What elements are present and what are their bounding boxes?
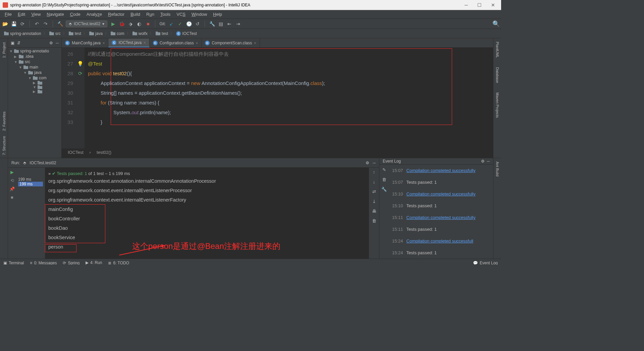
open-icon[interactable]: 📂 <box>2 21 8 27</box>
project-view-icon[interactable]: ▣ <box>11 41 14 45</box>
sidebar-tab-structure[interactable]: 7: Structure <box>1 133 7 158</box>
tab-run[interactable]: ▶ 4: Run <box>86 260 102 265</box>
event-row[interactable]: 15:24Compilation completed successfull <box>389 235 493 247</box>
run-test-tree[interactable]: 199 ms 199 ms <box>16 168 45 259</box>
editor-tab[interactable]: CConfiguration.class× <box>150 39 202 47</box>
menu-navigate[interactable]: Navigate <box>44 11 66 17</box>
hide-icon[interactable]: ─ <box>373 161 376 165</box>
run-console[interactable]: » ✔ Tests passed: 1 of 1 test – 1 s 199 … <box>45 168 369 259</box>
structure-icon[interactable]: ▤ <box>218 21 224 27</box>
close-tab-icon[interactable]: × <box>196 41 198 45</box>
wrench-icon[interactable]: 🔧 <box>381 187 387 192</box>
profile-icon[interactable]: ◐ <box>136 21 142 27</box>
git-revert-icon[interactable]: ↺ <box>195 21 201 27</box>
maximize-button[interactable]: ☐ <box>477 2 482 8</box>
run-icon[interactable]: ▶ <box>110 21 116 27</box>
tree-row[interactable]: ▶ <box>8 81 61 85</box>
collapse-icon[interactable]: ⇵ <box>17 41 20 45</box>
print-icon[interactable]: 🖶 <box>372 209 376 214</box>
trash-icon[interactable]: 🗑 <box>382 177 386 182</box>
sidebar-tab-favorites[interactable]: 2: Favorites <box>1 109 7 133</box>
event-row[interactable]: 15:11Tests passed: 1 <box>389 223 493 235</box>
up-icon[interactable]: ↑ <box>373 170 375 175</box>
tree-row[interactable]: ▼java <box>8 70 61 75</box>
rerun-icon[interactable]: ▶ <box>10 170 14 175</box>
event-row[interactable]: 15:07Tests passed: 1 <box>389 176 493 188</box>
event-row[interactable]: 15:11Compilation completed successfully <box>389 212 493 223</box>
crumb-java[interactable]: java <box>95 31 103 36</box>
back-icon[interactable]: ⇤ <box>226 21 232 27</box>
edit-icon[interactable]: ✎ <box>382 167 386 172</box>
forward-icon[interactable]: ⇥ <box>235 21 241 27</box>
menu-help[interactable]: Help <box>210 11 225 17</box>
down-icon[interactable]: ↓ <box>373 179 375 184</box>
redo-icon[interactable]: ↷ <box>43 21 49 27</box>
tree-row[interactable]: ▼ <box>8 85 61 89</box>
crumb-src[interactable]: src <box>55 31 61 36</box>
intention-bulb-icon[interactable]: 💡 <box>76 59 85 69</box>
wrap-icon[interactable]: ⇄ <box>372 189 376 194</box>
close-tab-icon[interactable]: × <box>254 41 256 45</box>
code-content[interactable]: //测试通过@ComponentScan注解进行自动扫描组件到容器中去 @Tes… <box>85 48 493 148</box>
crumb-test[interactable]: test <box>75 31 81 36</box>
menu-tools[interactable]: Tools <box>158 11 173 17</box>
hide-icon[interactable]: ─ <box>56 41 59 45</box>
crumb-wolfx[interactable]: wolfx <box>139 31 148 36</box>
clear-icon[interactable]: 🗑 <box>372 218 376 223</box>
sync-icon[interactable]: ⟳ <box>19 21 25 27</box>
toggle-icon[interactable]: ⟲ <box>10 178 14 183</box>
tab-terminal[interactable]: ▣ Terminal <box>3 261 24 265</box>
crumb-class[interactable]: IOCTest <box>182 31 197 36</box>
sidebar-tab-database[interactable]: Database <box>495 66 500 84</box>
coverage-icon[interactable]: ⬗ <box>127 21 133 27</box>
close-tab-icon[interactable]: × <box>103 41 105 45</box>
tab-eventlog[interactable]: 💬 Event Log <box>473 261 498 265</box>
git-history-icon[interactable]: 🕐 <box>186 21 192 27</box>
menu-code[interactable]: Code <box>67 11 83 17</box>
build-icon[interactable]: 🔨 <box>57 21 63 27</box>
tree-row[interactable]: ▼src <box>8 59 61 64</box>
minimize-button[interactable]: ─ <box>465 2 468 8</box>
menu-window[interactable]: Window <box>189 11 210 17</box>
hide-icon[interactable]: ─ <box>487 159 490 164</box>
event-list[interactable]: 15:07Compilation completed successfully1… <box>389 165 493 259</box>
menu-analyze[interactable]: Analyze <box>84 11 105 17</box>
git-commit-icon[interactable]: ✓ <box>177 21 183 27</box>
crumb-com[interactable]: com <box>117 31 124 36</box>
run-tab-title[interactable]: IOCTest.test02 <box>30 161 56 165</box>
undo-icon[interactable]: ↶ <box>34 21 40 27</box>
crumb-project[interactable]: spring-annotation <box>10 31 41 36</box>
menu-view[interactable]: View <box>29 11 43 17</box>
run-gutter-icon[interactable]: ⟳ <box>76 69 85 78</box>
event-row[interactable]: 15:10Tests passed: 1 <box>389 200 493 212</box>
menu-edit[interactable]: Edit <box>15 11 28 17</box>
debug-icon[interactable]: 🐞 <box>119 21 125 27</box>
editor-tab[interactable]: CMainConfig.java× <box>62 39 108 47</box>
tree-row[interactable]: ▼main <box>8 64 61 70</box>
tab-spring[interactable]: ⟳ Spring <box>63 261 79 265</box>
menu-run[interactable]: Run <box>144 11 157 17</box>
editor-tab[interactable]: CIOCTest.java× <box>108 39 149 47</box>
sidebar-tab-plantuml[interactable]: PlantUML <box>495 40 500 59</box>
tree-row[interactable]: ▼com <box>8 75 61 81</box>
event-row[interactable]: 15:07Compilation completed successfully <box>389 165 493 176</box>
project-tree[interactable]: ▼spring-annotatio▶.idea▼src▼main▼java▼co… <box>8 48 61 158</box>
stop-icon[interactable]: ■ <box>11 195 13 200</box>
gear-icon[interactable]: ⚙ <box>481 159 485 164</box>
sidebar-tab-maven[interactable]: Maven Projects <box>495 91 500 119</box>
tab-todo[interactable]: ≣ 6: TODO <box>108 261 129 265</box>
settings-icon[interactable]: 🔧 <box>209 21 215 27</box>
tree-row[interactable]: ▶ <box>8 89 61 94</box>
menu-refactor[interactable]: Refactor <box>105 11 127 17</box>
scroll-icon[interactable]: ⤓ <box>372 199 376 204</box>
sidebar-tab-project[interactable]: 1: Project <box>1 40 7 60</box>
save-icon[interactable]: 💾 <box>11 21 17 27</box>
sidebar-tab-ant[interactable]: Ant Build <box>495 160 500 178</box>
stop-icon[interactable]: ■ <box>145 21 151 27</box>
close-tab-icon[interactable]: × <box>144 41 146 45</box>
code-breadcrumb[interactable]: IOCTest › test02() <box>62 148 493 158</box>
tab-messages[interactable]: ≡ 0: Messages <box>30 261 57 265</box>
gear-icon[interactable]: ⚙ <box>366 161 369 165</box>
menu-vcs[interactable]: VCS <box>174 11 188 17</box>
close-button[interactable]: ✕ <box>491 2 495 8</box>
